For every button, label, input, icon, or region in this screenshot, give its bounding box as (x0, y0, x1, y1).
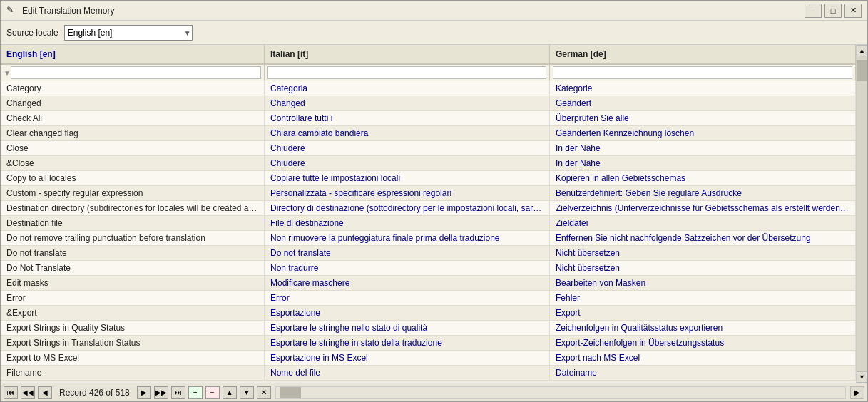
table-row[interactable]: Destination directory (subdirectories fo… (1, 201, 856, 216)
cell-de: Export nach MS Excel (550, 351, 856, 365)
cell-de: Kopieren in allen Gebietsschemas (550, 171, 856, 185)
window-icon: ✎ (6, 5, 18, 16)
last-record-button[interactable]: ⏭ (171, 386, 185, 399)
prev-button[interactable]: ◀ (38, 386, 52, 399)
table-row[interactable]: &ExportEsportazioneExport (1, 306, 856, 321)
cell-it: Categoria (265, 81, 550, 96)
cell-it: Esportazione (265, 306, 550, 320)
filter-cell-en: ▼ (1, 65, 265, 81)
cell-it: File di destinazione (265, 216, 550, 230)
scroll-right-button[interactable]: ▶ (850, 386, 864, 399)
table-row[interactable]: Clear changed flagChiara cambiato bandie… (1, 126, 856, 141)
table-row[interactable]: CloseChiudereIn der Nähe (1, 141, 856, 156)
cell-it: Non rimuovere la punteggiatura finale pr… (265, 231, 550, 245)
status-bar: ⏮ ◀◀ ◀ Record 426 of 518 ▶ ▶▶ ⏭ + − ▲ ▼ … (1, 383, 867, 401)
cell-en: Clear changed flag (1, 126, 265, 140)
table-row[interactable]: Do not translateDo not translateNicht üb… (1, 246, 856, 261)
cell-en: Custom - specify regular expression (1, 186, 265, 200)
record-status: Record 426 of 518 (55, 388, 134, 398)
table-row[interactable]: &CloseChiudereIn der Nähe (1, 156, 856, 171)
cell-it: Chiudere (265, 156, 550, 170)
table-row[interactable]: CategoryCategoriaKategorie (1, 81, 856, 96)
table-row[interactable]: Export Strings in Quality StatusEsportar… (1, 321, 856, 336)
cell-it: Changed (265, 96, 550, 110)
scroll-down-button[interactable]: ▼ (857, 371, 867, 383)
table-row[interactable]: Copy to all localesCopiare tutte le impo… (1, 171, 856, 186)
column-header-en: English [en] (1, 45, 265, 63)
scroll-up-button[interactable]: ▲ (857, 45, 867, 56)
cell-en: Do not translate (1, 246, 265, 260)
title-bar-controls: ─ □ ✕ (805, 4, 862, 18)
cell-en: Close (1, 141, 265, 155)
scroll-thumb[interactable] (857, 60, 867, 81)
cell-it: Controllare tutti i (265, 111, 550, 125)
cell-de: Zielverzeichnis (Unterverzeichnisse für … (550, 201, 856, 215)
maximize-button[interactable]: □ (824, 4, 842, 18)
table-row[interactable]: Export to MS ExcelEsportazione in MS Exc… (1, 351, 856, 366)
cell-de: Geändert (550, 96, 856, 110)
table-row[interactable]: Export Strings in Translation StatusEspo… (1, 336, 856, 351)
table-row[interactable]: Do not remove trailing punctuation befor… (1, 231, 856, 246)
cell-de: Kategorie (550, 81, 856, 96)
cell-it: Directory di destinazione (sottodirector… (265, 201, 550, 215)
cell-en: Export Strings in Translation Status (1, 336, 265, 350)
cell-de: Zeichenfolgen in Qualitätsstatus exporti… (550, 321, 856, 335)
cell-en: &Export (1, 306, 265, 320)
cell-en: Filename (1, 366, 265, 380)
cell-en: Category (1, 81, 265, 96)
filter-cell-it (265, 65, 550, 81)
source-locale-select-wrapper: English [en] French [fr] Spanish [es] ▼ (64, 25, 193, 41)
add-record-button[interactable]: + (188, 386, 203, 399)
cell-en: Destination file (1, 216, 265, 230)
filter-icon: ▼ (4, 69, 11, 77)
cell-de: Bearbeiten von Masken (550, 276, 856, 290)
move-down-button[interactable]: ▼ (240, 386, 254, 399)
filter-input-it[interactable] (267, 66, 546, 79)
table-row[interactable]: Edit masksModificare maschereBearbeiten … (1, 276, 856, 291)
title-bar-left: ✎ Edit Translation Memory (6, 5, 114, 16)
table-row[interactable]: ChangedChangedGeändert (1, 96, 856, 111)
cell-de: Export (550, 306, 856, 320)
prev-many-button[interactable]: ◀◀ (21, 386, 35, 399)
cell-de: Nicht übersetzen (550, 246, 856, 260)
cell-en: Do Not Translate (1, 261, 265, 275)
delete-record-button[interactable]: − (205, 386, 220, 399)
table-row[interactable]: ErrorErrorFehler (1, 291, 856, 306)
close-button[interactable]: ✕ (844, 4, 862, 18)
filter-input-de[interactable] (553, 66, 852, 79)
toolbar: Source locale English [en] French [fr] S… (1, 21, 867, 45)
horizontal-scroll-thumb[interactable] (280, 387, 301, 398)
cell-de: Geänderten Kennzeichnung löschen (550, 126, 856, 140)
cell-en: Check All (1, 111, 265, 125)
next-many-button[interactable]: ▶▶ (154, 386, 168, 399)
table-row[interactable]: Destination fileFile di destinazioneZiel… (1, 216, 856, 231)
cell-de: In der Nähe (550, 141, 856, 155)
next-button[interactable]: ▶ (137, 386, 151, 399)
cell-it: Chiudere (265, 141, 550, 155)
cell-de: In der Nähe (550, 156, 856, 170)
move-up-button[interactable]: ▲ (223, 386, 237, 399)
cell-it: Esportare le stringhe in stato della tra… (265, 336, 550, 350)
filter-row: ▼ (1, 65, 856, 81)
title-bar: ✎ Edit Translation Memory ─ □ ✕ (1, 1, 867, 21)
cell-en: Export Strings in Quality Status (1, 321, 265, 335)
table-row[interactable]: FilenameNome del fileDateiname (1, 366, 856, 381)
table-main: English [en] Italian [it] German [de] ▼ (1, 45, 856, 383)
first-record-button[interactable]: ⏮ (4, 386, 18, 399)
cell-en: Edit masks (1, 276, 265, 290)
table-body[interactable]: CategoryCategoriaKategorieChangedChanged… (1, 81, 856, 383)
main-window: ✎ Edit Translation Memory ─ □ ✕ Source l… (0, 0, 868, 402)
filter-input-en[interactable] (11, 66, 261, 79)
cell-en: Error (1, 291, 265, 305)
table-row[interactable]: Custom - specify regular expressionPerso… (1, 186, 856, 201)
source-locale-select[interactable]: English [en] French [fr] Spanish [es] (64, 25, 193, 41)
vertical-scrollbar[interactable]: ▲ ▼ (856, 45, 867, 383)
cell-de: Fehler (550, 291, 856, 305)
table-wrapper: English [en] Italian [it] German [de] ▼ (1, 45, 867, 383)
scroll-track[interactable] (857, 56, 867, 371)
cancel-edit-button[interactable]: ✕ (257, 386, 271, 399)
table-row[interactable]: Check AllControllare tutti iÜberprüfen S… (1, 111, 856, 126)
horizontal-scrollbar[interactable] (275, 386, 846, 399)
table-row[interactable]: Do Not TranslateNon tradurreNicht überse… (1, 261, 856, 276)
minimize-button[interactable]: ─ (805, 4, 822, 18)
